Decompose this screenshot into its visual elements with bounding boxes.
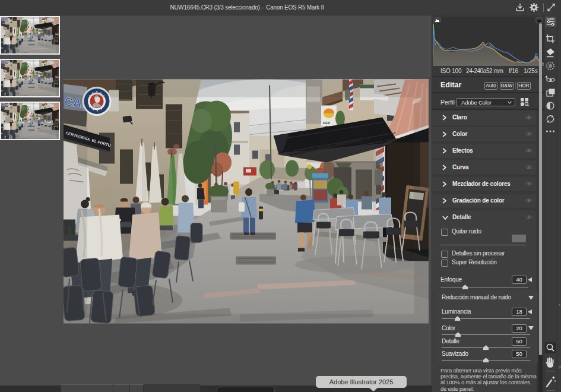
svg-text:P: P: [559, 366, 561, 369]
svg-text:s: s: [559, 303, 560, 306]
